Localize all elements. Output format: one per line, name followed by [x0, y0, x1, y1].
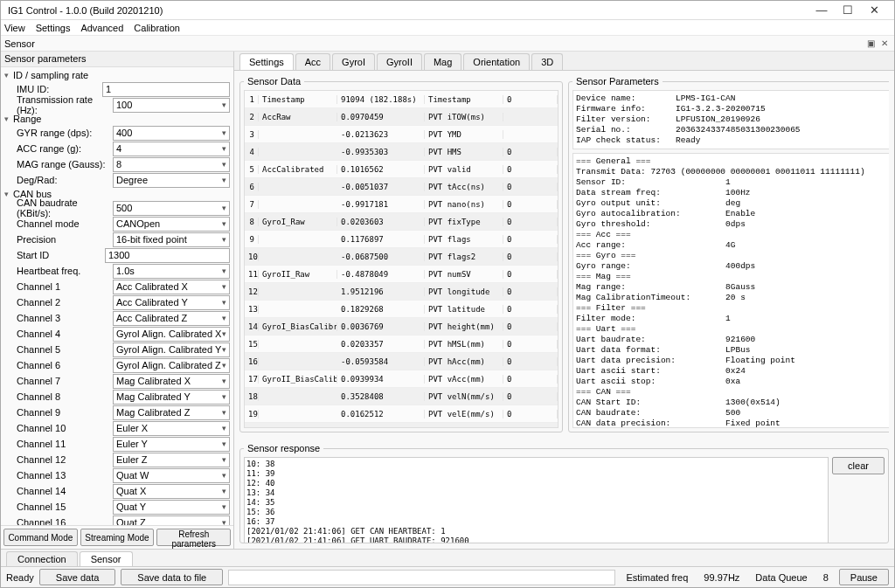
channel-3-select[interactable]: Acc Calibrated Z	[113, 311, 230, 326]
channel-mode-select[interactable]: CANOpen	[113, 217, 230, 232]
sensor-data-title: Sensor Data	[244, 76, 304, 86]
clear-button[interactable]: clear	[832, 457, 885, 474]
collapse-icon[interactable]: ▾	[4, 114, 13, 123]
menu-view[interactable]: View	[4, 23, 25, 33]
tab-sensor[interactable]: Sensor	[80, 551, 133, 566]
tab-gyro2[interactable]: GyroII	[377, 53, 422, 70]
channel-12-select[interactable]: Euler Z	[113, 453, 230, 467]
heartbeat-select[interactable]: 1.0s	[113, 264, 230, 279]
group-id-sampling[interactable]: ▾ID / sampling rate	[4, 69, 230, 81]
trans-rate-select[interactable]: 100	[113, 98, 230, 113]
precision-select[interactable]: 16-bit fixed point	[113, 232, 230, 247]
left-buttons: Command Mode Streaming Mode Refresh para…	[1, 525, 233, 549]
channel-1-label: Channel 1	[17, 281, 113, 292]
save-data-button[interactable]: Save data	[39, 569, 116, 585]
channel-13-select[interactable]: Quat W	[113, 468, 230, 483]
tab-connection[interactable]: Connection	[6, 551, 78, 566]
can-baud-label: CAN baudrate (KBit/s):	[17, 197, 113, 218]
command-mode-button[interactable]: Command Mode	[3, 529, 78, 546]
channel-5-select[interactable]: GyroI Align. Calibrated Y	[113, 342, 230, 357]
queue-value: 8	[818, 572, 834, 583]
start-id-input[interactable]	[105, 248, 230, 263]
channel-3-label: Channel 3	[17, 313, 113, 323]
table-row[interactable]: 150.0203357PVT hMSL(mm)0	[245, 336, 558, 353]
mag-range-select[interactable]: 8	[113, 157, 230, 172]
imu-id-input[interactable]	[102, 82, 230, 97]
table-row[interactable]: 7-0.9917181PVT nano(ns)0	[245, 196, 558, 213]
channel-2-select[interactable]: Acc Calibrated Y	[113, 295, 230, 310]
table-row[interactable]: 16-0.0593584PVT hAcc(mm)0	[245, 353, 558, 370]
params-header-text[interactable]: Device name: LPMS-IG1-CAN Firmware info:…	[572, 90, 889, 149]
channel-8-select[interactable]: Mag Calibrated Y	[113, 390, 230, 405]
channel-14-select[interactable]: Quat X	[113, 484, 230, 499]
maximize-icon[interactable]: ☐	[835, 3, 861, 17]
main-area: Sensor parameters ▾ID / sampling rate IM…	[1, 52, 894, 549]
response-log[interactable]: 10: 38 11: 39 12: 40 13: 34 14: 35 15: 3…	[244, 457, 829, 543]
can-baud-select[interactable]: 500	[113, 201, 230, 216]
streaming-mode-button[interactable]: Streaming Mode	[80, 529, 155, 546]
table-row[interactable]: 190.0162512PVT velE(mm/s)0	[245, 405, 558, 423]
channel-1-select[interactable]: Acc Calibrated X	[113, 280, 230, 294]
tab-orientation[interactable]: Orientation	[463, 53, 530, 70]
tab-gyro1[interactable]: GyroI	[332, 53, 375, 70]
channel-11-select[interactable]: Euler Y	[113, 437, 230, 452]
tab-3d[interactable]: 3D	[531, 53, 563, 70]
freq-value: 99.97Hz	[698, 572, 745, 583]
menu-settings[interactable]: Settings	[36, 23, 71, 33]
table-row[interactable]: 20GyroI_AlignmentCalibra…0.0047930PVT ve…	[245, 423, 558, 428]
group-range[interactable]: ▾Range	[4, 113, 230, 125]
channel-6-select[interactable]: GyroI Align. Calibrated Z	[113, 358, 230, 373]
channel-16-select[interactable]: Quat Z	[113, 515, 230, 526]
acc-range-select[interactable]: 4	[113, 142, 230, 156]
trans-rate-label: Transmission rate (Hz):	[17, 94, 113, 115]
channel-mode-label: Channel mode	[17, 218, 113, 229]
close-panel-icon[interactable]: ✕	[878, 38, 891, 48]
gyr-range-select[interactable]: 400	[113, 126, 230, 141]
table-row[interactable]: 1Timestamp91094 (182.188s)Timestamp0	[245, 91, 558, 108]
params-body-text[interactable]: === General === Transmit Data: 72703 (00…	[572, 153, 889, 428]
tab-mag[interactable]: Mag	[424, 53, 461, 70]
channel-9-label: Channel 9	[17, 407, 113, 418]
table-row[interactable]: 121.9512196PVT longitude0	[245, 283, 558, 301]
maximize-panel-icon[interactable]: ▣	[864, 38, 877, 48]
degrad-label: Deg/Rad:	[17, 175, 113, 185]
table-row[interactable]: 4-0.9935303PVT HMS0	[245, 143, 558, 161]
menu-calibration[interactable]: Calibration	[134, 23, 180, 33]
minimize-icon[interactable]: —	[808, 3, 835, 17]
table-row[interactable]: 10-0.0687500PVT flags20	[245, 248, 558, 266]
table-row[interactable]: 8GyroI_Raw0.0203603PVT fixType0	[245, 213, 558, 231]
table-row[interactable]: 3-0.0213623PVT YMD	[245, 126, 558, 143]
refresh-params-button[interactable]: Refresh parameters	[156, 529, 231, 546]
table-row[interactable]: 17GyroII_BiasCalibrated0.0939934PVT vAcc…	[245, 370, 558, 388]
tab-acc[interactable]: Acc	[295, 53, 330, 70]
pause-button[interactable]: Pause	[839, 569, 889, 585]
table-row[interactable]: 5AccCalibrated0.1016562PVT valid0	[245, 161, 558, 178]
channel-10-select[interactable]: Euler X	[113, 421, 230, 436]
table-row[interactable]: 6-0.0051037PVT tAcc(ns)0	[245, 178, 558, 196]
table-row[interactable]: 11GyroII_Raw-0.4878049PVT numSV0	[245, 266, 558, 283]
channel-4-select[interactable]: GyroI Align. Calibrated X	[113, 327, 230, 342]
channel-10-label: Channel 10	[17, 423, 113, 433]
table-row[interactable]: 14GyroI_BiasCalibrated0.0036769PVT heigh…	[245, 318, 558, 336]
channel-15-select[interactable]: Quat Y	[113, 500, 230, 515]
channel-7-select[interactable]: Mag Calibrated X	[113, 374, 230, 389]
table-row[interactable]: 90.1176897PVT flags0	[245, 231, 558, 248]
close-icon[interactable]: ✕	[861, 3, 887, 17]
menu-advanced[interactable]: Advanced	[80, 23, 123, 33]
collapse-icon[interactable]: ▾	[4, 71, 13, 80]
degrad-select[interactable]: Degree	[113, 173, 230, 188]
save-data-file-button[interactable]: Save data to file	[121, 569, 223, 585]
table-row[interactable]: 180.3528408PVT velN(mm/s)0	[245, 388, 558, 405]
sensor-data-table[interactable]: 1Timestamp91094 (182.188s)Timestamp02Acc…	[244, 90, 559, 428]
channel-9-select[interactable]: Mag Calibrated Z	[113, 405, 230, 420]
left-scroll[interactable]: ▾ID / sampling rate IMU ID: Transmission…	[1, 67, 233, 525]
status-input[interactable]	[228, 570, 615, 585]
channel-2-label: Channel 2	[17, 297, 113, 308]
table-row[interactable]: 130.1829268PVT latitude0	[245, 301, 558, 318]
menubar: View Settings Advanced Calibration	[1, 20, 894, 36]
toolbar: Sensor ▣ ✕	[1, 36, 894, 52]
table-row[interactable]: 2AccRaw0.0970459PVT iTOW(ms)	[245, 108, 558, 126]
tab-settings[interactable]: Settings	[239, 53, 294, 70]
collapse-icon[interactable]: ▾	[4, 190, 13, 198]
acc-range-label: ACC range (g):	[17, 143, 113, 154]
